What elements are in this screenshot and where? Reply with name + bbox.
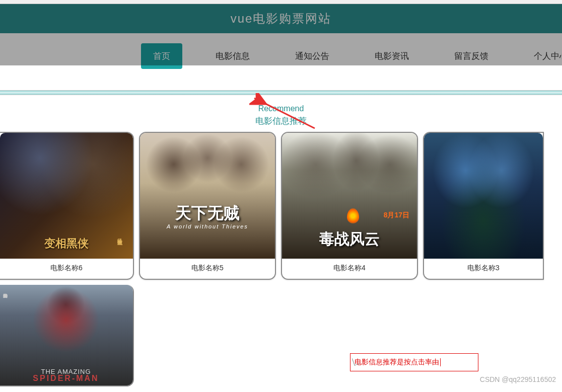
movie-title: 电影名称6 [0,259,133,279]
movie-card[interactable]: 松隆子 金城武 变相黑侠 电影名称6 [0,132,134,280]
nav-area: 首页 电影信息 通知公告 电影资讯 留言反馈 个人中心 后台管 [0,33,562,75]
annotation-text: 电影信息推荐是按点击率由 [355,358,439,367]
movie-title: 电影名称5 [140,259,275,279]
movie-poster: 知的神秘力量 THE AMAZING SPIDER-MAN [0,285,133,385]
section-title: Recommend 电影信息推荐 [0,104,562,127]
movie-poster: 天下无贼 A world without Thieves [140,133,275,259]
nav-movie-info[interactable]: 电影信息 [203,43,262,69]
bookmark-bar [0,0,562,4]
nav-notice[interactable]: 通知公告 [283,43,341,69]
text-cursor [440,358,441,366]
nav-feedback[interactable]: 留言反馈 [442,43,501,69]
site-header: vue电影购票网站 [0,4,562,33]
movie-title: 电影名称3 [424,259,543,279]
divider [0,90,562,95]
fire-icon [347,208,359,223]
nav-profile[interactable]: 个人中心 [522,43,562,69]
annotation-box[interactable]: 电影信息推荐是按点击率由 [350,353,478,371]
site-title: vue电影购票网站 [231,11,332,27]
movie-card[interactable]: 电影名称3 [423,132,544,280]
nav-news[interactable]: 电影资讯 [363,43,421,69]
movie-poster: 松隆子 金城武 变相黑侠 [0,133,133,259]
section-title-cn: 电影信息推荐 [0,115,562,127]
movie-grid: 松隆子 金城武 变相黑侠 电影名称6 天下无贼 A world without … [0,132,562,386]
main-nav: 首页 电影信息 通知公告 电影资讯 留言反馈 个人中心 后台管 [0,43,562,69]
movie-poster [424,133,543,259]
watermark: CSDN @qq2295116502 [480,375,556,383]
nav-home[interactable]: 首页 [141,43,182,69]
section-title-en: Recommend [0,104,562,113]
movie-card[interactable]: 知的神秘力量 THE AMAZING SPIDER-MAN [0,285,134,386]
movie-card[interactable]: 天下无贼 A world without Thieves 电影名称5 [139,132,276,280]
movie-poster: 8月17日 毒战风云 [282,133,417,259]
movie-title: 电影名称4 [282,259,417,279]
movie-card[interactable]: 8月17日 毒战风云 电影名称4 [281,132,418,280]
